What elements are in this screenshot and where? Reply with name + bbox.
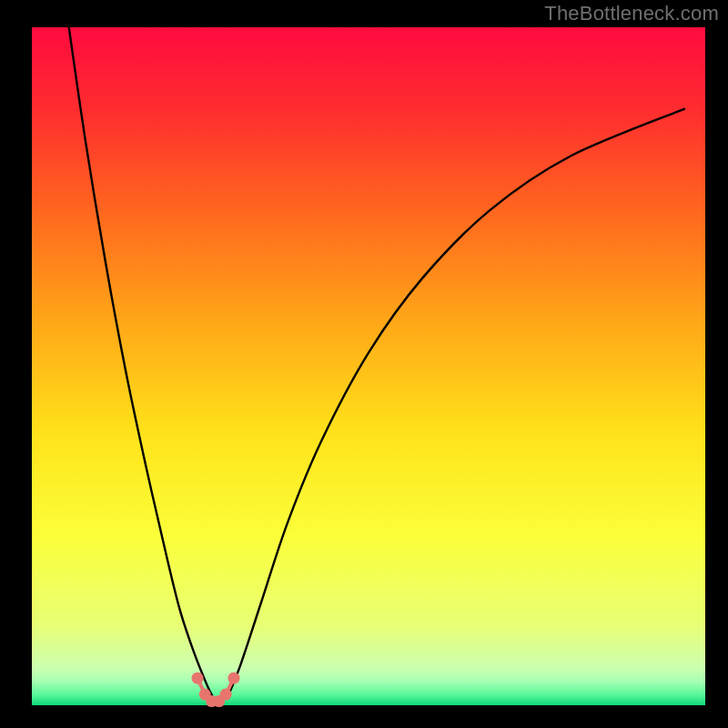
chart-container: TheBottleneck.com — [0, 0, 728, 728]
chart-svg — [0, 0, 728, 728]
plot-area — [32, 27, 705, 705]
trough-dot — [220, 689, 232, 701]
trough-dot — [228, 672, 240, 684]
trough-dot — [192, 672, 204, 684]
